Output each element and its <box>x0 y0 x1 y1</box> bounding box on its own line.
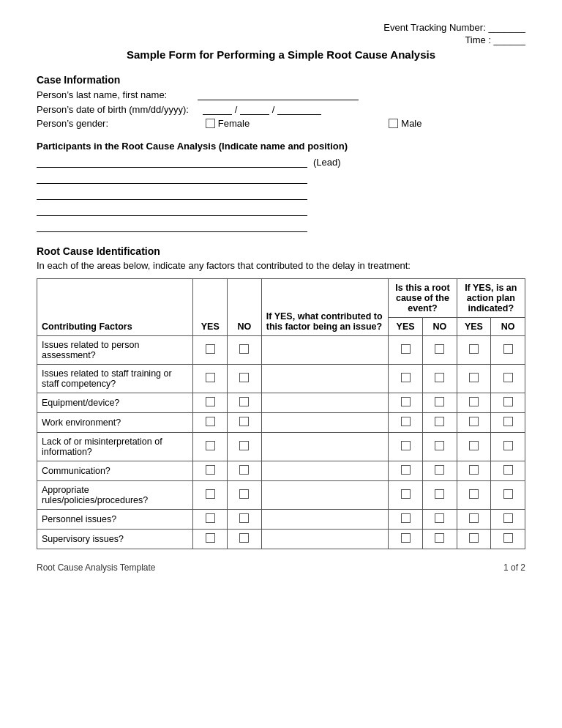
ap-no-cell-8[interactable] <box>491 530 525 549</box>
root-no-cell-2[interactable] <box>422 393 457 413</box>
participant-field-1[interactable] <box>37 156 307 168</box>
ap-yes-checkbox[interactable] <box>469 373 479 382</box>
ap-no-cell-4[interactable] <box>491 433 525 461</box>
ap-no-cell-7[interactable] <box>491 510 525 530</box>
ap-no-checkbox[interactable] <box>503 513 513 523</box>
ap-yes-cell-5[interactable] <box>457 461 491 481</box>
root-no-checkbox[interactable] <box>435 465 444 475</box>
no-cell-3[interactable] <box>228 413 262 433</box>
no-cell-7[interactable] <box>228 510 262 530</box>
root-no-cell-3[interactable] <box>422 413 457 433</box>
root-yes-cell-5[interactable] <box>389 461 423 481</box>
no-cell-0[interactable] <box>228 336 262 365</box>
ap-yes-cell-7[interactable] <box>457 510 491 530</box>
ap-yes-checkbox[interactable] <box>469 465 479 475</box>
ap-no-checkbox[interactable] <box>503 489 513 499</box>
no-cell-1[interactable] <box>228 365 262 393</box>
ap-no-checkbox[interactable] <box>503 465 513 475</box>
root-yes-cell-6[interactable] <box>389 481 423 510</box>
ap-no-checkbox[interactable] <box>503 533 513 543</box>
ap-no-cell-0[interactable] <box>491 336 525 365</box>
ap-yes-cell-2[interactable] <box>457 393 491 413</box>
root-yes-checkbox[interactable] <box>401 344 411 354</box>
yes-checkbox[interactable] <box>206 465 215 475</box>
root-no-cell-5[interactable] <box>422 461 457 481</box>
dob-year-field[interactable] <box>277 103 321 115</box>
yes-cell-4[interactable] <box>193 433 228 461</box>
yes-cell-0[interactable] <box>193 336 228 365</box>
ap-no-checkbox[interactable] <box>503 441 513 450</box>
yes-checkbox[interactable] <box>206 441 215 450</box>
ap-yes-checkbox[interactable] <box>469 533 479 543</box>
participant-field-3[interactable] <box>37 188 307 200</box>
ap-yes-cell-0[interactable] <box>457 336 491 365</box>
female-checkbox[interactable] <box>206 119 215 128</box>
ap-no-cell-3[interactable] <box>491 413 525 433</box>
ap-yes-cell-6[interactable] <box>457 481 491 510</box>
root-yes-cell-3[interactable] <box>389 413 423 433</box>
ap-no-cell-2[interactable] <box>491 393 525 413</box>
yes-checkbox[interactable] <box>206 513 215 523</box>
participant-field-5[interactable] <box>37 220 307 232</box>
ap-no-checkbox[interactable] <box>503 344 513 354</box>
root-yes-checkbox[interactable] <box>401 513 411 523</box>
root-yes-checkbox[interactable] <box>401 533 411 543</box>
no-checkbox[interactable] <box>239 465 249 475</box>
yes-cell-5[interactable] <box>193 461 228 481</box>
root-yes-cell-2[interactable] <box>389 393 423 413</box>
root-yes-cell-0[interactable] <box>389 336 423 365</box>
ap-yes-checkbox[interactable] <box>469 489 479 499</box>
root-yes-cell-8[interactable] <box>389 530 423 549</box>
ap-no-checkbox[interactable] <box>503 397 513 406</box>
ap-no-cell-1[interactable] <box>491 365 525 393</box>
male-option[interactable]: Male <box>389 118 550 129</box>
if-yes-cell-7[interactable] <box>261 510 388 530</box>
root-no-cell-1[interactable] <box>422 365 457 393</box>
if-yes-cell-6[interactable] <box>261 481 388 510</box>
ap-yes-cell-8[interactable] <box>457 530 491 549</box>
yes-cell-8[interactable] <box>193 530 228 549</box>
root-yes-checkbox[interactable] <box>401 465 411 475</box>
yes-checkbox[interactable] <box>206 533 215 543</box>
no-cell-2[interactable] <box>228 393 262 413</box>
if-yes-cell-0[interactable] <box>261 336 388 365</box>
no-cell-8[interactable] <box>228 530 262 549</box>
yes-cell-7[interactable] <box>193 510 228 530</box>
if-yes-cell-4[interactable] <box>261 433 388 461</box>
female-option[interactable]: Female <box>206 118 367 129</box>
root-no-checkbox[interactable] <box>435 417 444 426</box>
ap-yes-checkbox[interactable] <box>469 417 479 426</box>
no-checkbox[interactable] <box>239 441 249 450</box>
root-yes-cell-4[interactable] <box>389 433 423 461</box>
root-no-cell-8[interactable] <box>422 530 457 549</box>
ap-yes-checkbox[interactable] <box>469 397 479 406</box>
if-yes-cell-1[interactable] <box>261 365 388 393</box>
ap-no-checkbox[interactable] <box>503 373 513 382</box>
root-yes-checkbox[interactable] <box>401 373 411 382</box>
no-checkbox[interactable] <box>239 513 249 523</box>
root-no-checkbox[interactable] <box>435 397 444 406</box>
root-yes-checkbox[interactable] <box>401 489 411 499</box>
root-yes-cell-7[interactable] <box>389 510 423 530</box>
dob-month-field[interactable] <box>203 103 232 115</box>
participant-field-2[interactable] <box>37 172 307 184</box>
if-yes-cell-5[interactable] <box>261 461 388 481</box>
yes-checkbox[interactable] <box>206 489 215 499</box>
no-cell-4[interactable] <box>228 433 262 461</box>
root-yes-checkbox[interactable] <box>401 397 411 406</box>
root-no-cell-0[interactable] <box>422 336 457 365</box>
ap-yes-checkbox[interactable] <box>469 344 479 354</box>
no-checkbox[interactable] <box>239 417 249 426</box>
dob-day-field[interactable] <box>240 103 269 115</box>
yes-cell-6[interactable] <box>193 481 228 510</box>
root-yes-cell-1[interactable] <box>389 365 423 393</box>
root-no-cell-7[interactable] <box>422 510 457 530</box>
yes-checkbox[interactable] <box>206 417 215 426</box>
yes-checkbox[interactable] <box>206 397 215 406</box>
root-yes-checkbox[interactable] <box>401 417 411 426</box>
root-no-checkbox[interactable] <box>435 441 444 450</box>
yes-checkbox[interactable] <box>206 344 215 354</box>
if-yes-cell-2[interactable] <box>261 393 388 413</box>
no-checkbox[interactable] <box>239 373 249 382</box>
no-cell-6[interactable] <box>228 481 262 510</box>
